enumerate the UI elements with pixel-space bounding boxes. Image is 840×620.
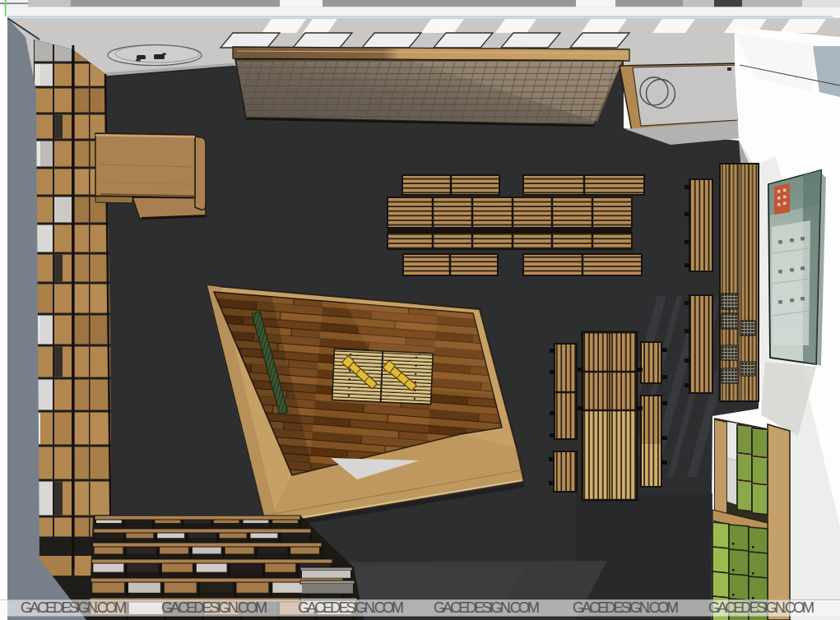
svg-text:GACEDESIGN.COM: GACEDESIGN.COM	[21, 599, 127, 616]
svg-text:GACEDESIGN.COM: GACEDESIGN.COM	[708, 599, 814, 616]
svg-text:GACEDESIGN.COM: GACEDESIGN.COM	[573, 599, 679, 616]
svg-text:GACEDESIGN.COM: GACEDESIGN.COM	[161, 599, 267, 616]
svg-text:GACEDESIGN.COM: GACEDESIGN.COM	[434, 599, 540, 616]
svg-text:GACEDESIGN.COM: GACEDESIGN.COM	[298, 599, 404, 616]
